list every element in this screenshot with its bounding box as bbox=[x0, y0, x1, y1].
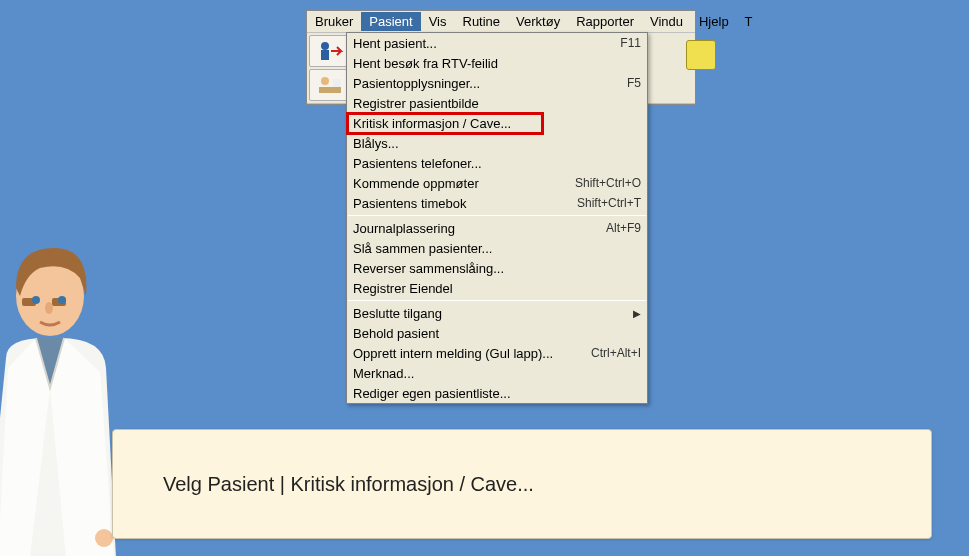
person-arrow-icon bbox=[315, 39, 345, 63]
svg-point-7 bbox=[321, 42, 329, 50]
person-desk-icon bbox=[315, 73, 345, 97]
menu-rapporter[interactable]: Rapporter bbox=[568, 12, 642, 31]
mi-journalplassering[interactable]: JournalplasseringAlt+F9 bbox=[347, 218, 647, 238]
svg-rect-11 bbox=[333, 79, 341, 87]
toolbar-pasient-desk[interactable] bbox=[309, 69, 351, 101]
menubar: Bruker Pasient Vis Rutine Verktøy Rappor… bbox=[307, 11, 695, 33]
svg-point-6 bbox=[95, 529, 113, 547]
mi-blalys[interactable]: Blålys... bbox=[347, 133, 647, 153]
instruction-text: Velg Pasient | Kritisk informasjon / Cav… bbox=[163, 473, 534, 496]
svg-point-9 bbox=[321, 77, 329, 85]
menu-verktoy[interactable]: Verktøy bbox=[508, 12, 568, 31]
menu-separator bbox=[348, 300, 646, 301]
toolbar-yellow-button[interactable] bbox=[686, 40, 716, 70]
mi-merknad[interactable]: Merknad... bbox=[347, 363, 647, 383]
submenu-arrow-icon: ▶ bbox=[633, 308, 641, 319]
menu-bruker[interactable]: Bruker bbox=[307, 12, 361, 31]
mi-kritisk-informasjon-cave[interactable]: Kritisk informasjon / Cave... bbox=[347, 113, 647, 133]
mi-hent-pasient[interactable]: Hent pasient...F11 bbox=[347, 33, 647, 53]
mi-registrer-eiendel[interactable]: Registrer Eiendel bbox=[347, 278, 647, 298]
mi-rediger-egen-pasientliste[interactable]: Rediger egen pasientliste... bbox=[347, 383, 647, 403]
svg-rect-8 bbox=[321, 50, 329, 60]
menu-truncated[interactable]: T bbox=[737, 12, 761, 31]
svg-point-3 bbox=[32, 296, 40, 304]
mi-sla-sammen-pasienter[interactable]: Slå sammen pasienter... bbox=[347, 238, 647, 258]
mi-hent-besok-rtv[interactable]: Hent besøk fra RTV-feilid bbox=[347, 53, 647, 73]
mi-opprett-intern-melding[interactable]: Opprett intern melding (Gul lapp)...Ctrl… bbox=[347, 343, 647, 363]
menu-vindu[interactable]: Vindu bbox=[642, 12, 691, 31]
menu-hjelp[interactable]: Hjelp bbox=[691, 12, 737, 31]
menu-rutine[interactable]: Rutine bbox=[455, 12, 509, 31]
instruction-callout: Velg Pasient | Kritisk informasjon / Cav… bbox=[112, 429, 932, 539]
mi-pasientens-timebok[interactable]: Pasientens timebokShift+Ctrl+T bbox=[347, 193, 647, 213]
mi-registrer-pasientbilde[interactable]: Registrer pasientbilde bbox=[347, 93, 647, 113]
mi-kommende-oppmoter[interactable]: Kommende oppmøterShift+Ctrl+O bbox=[347, 173, 647, 193]
menu-pasient[interactable]: Pasient bbox=[361, 12, 420, 31]
svg-point-4 bbox=[58, 296, 66, 304]
dropdown-pasient: Hent pasient...F11 Hent besøk fra RTV-fe… bbox=[346, 32, 648, 404]
menu-vis[interactable]: Vis bbox=[421, 12, 455, 31]
mi-pasientopplysninger[interactable]: Pasientopplysninger...F5 bbox=[347, 73, 647, 93]
svg-rect-10 bbox=[319, 87, 341, 93]
mi-reverser-sammenslaing[interactable]: Reverser sammenslåing... bbox=[347, 258, 647, 278]
toolbar-hent-pasient[interactable] bbox=[309, 35, 351, 67]
mi-behold-pasient[interactable]: Behold pasient bbox=[347, 323, 647, 343]
svg-point-5 bbox=[45, 302, 53, 314]
menu-separator bbox=[348, 215, 646, 216]
mi-beslutte-tilgang[interactable]: Beslutte tilgang▶ bbox=[347, 303, 647, 323]
mi-pasientens-telefoner[interactable]: Pasientens telefoner... bbox=[347, 153, 647, 173]
